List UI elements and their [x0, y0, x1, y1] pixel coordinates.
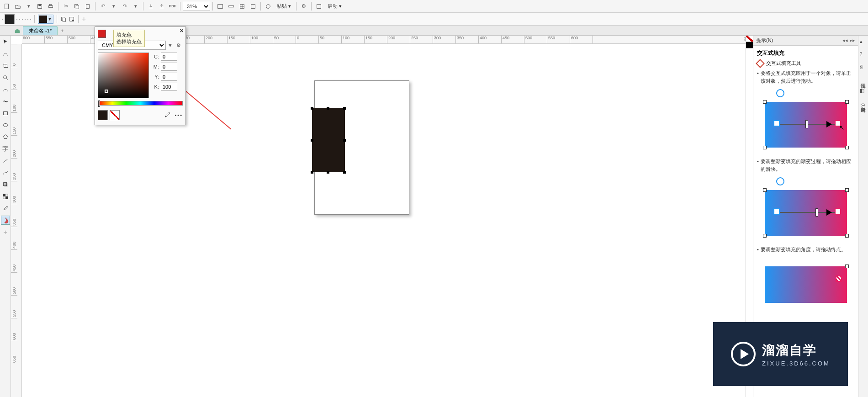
y-input[interactable] — [161, 73, 177, 81]
selection-handle[interactable] — [327, 107, 329, 110]
m-input[interactable] — [161, 63, 177, 71]
svg-rect-10 — [251, 4, 255, 8]
new-doc-button[interactable] — [2, 1, 12, 11]
copy-fill-button[interactable] — [60, 16, 67, 22]
postscript-fill-button[interactable] — [30, 19, 31, 20]
freehand-tool[interactable] — [1, 85, 10, 94]
vertical-ruler[interactable]: 050100150200250300350400450500550600650 — [11, 44, 22, 397]
zoom-tool[interactable] — [1, 73, 10, 82]
selection-handle[interactable] — [327, 171, 329, 174]
crop-tool[interactable] — [1, 61, 10, 70]
fountain-fill-button[interactable] — [16, 19, 17, 20]
recent-color-swatch[interactable] — [98, 30, 106, 38]
c-input[interactable] — [161, 53, 177, 61]
print-button[interactable] — [46, 1, 56, 11]
dock-link-icon[interactable]: ⎘ — [860, 64, 867, 71]
selection-handle[interactable] — [343, 171, 346, 174]
zoom-select[interactable]: 31% — [183, 2, 210, 11]
current-color-swatch[interactable] — [98, 110, 108, 120]
no-fill-button[interactable] — [2, 19, 3, 20]
dock-help-icon[interactable]: ? — [860, 51, 867, 58]
add-tool-button[interactable]: + — [1, 228, 10, 237]
launch-icon[interactable] — [314, 1, 324, 11]
home-tab[interactable] — [12, 26, 23, 35]
undo-button[interactable]: ↶ — [98, 1, 108, 11]
dock-pointer-icon[interactable]: ▴ — [860, 38, 867, 46]
selection-handle[interactable] — [311, 107, 313, 110]
pdf-button[interactable]: PDF — [168, 1, 178, 11]
redo-dropdown[interactable]: ▾ — [131, 1, 141, 11]
connector-tool[interactable] — [1, 168, 10, 177]
color-field-marker[interactable] — [105, 90, 108, 93]
dock-tab-objects[interactable]: 对象(O) — [859, 101, 868, 113]
selection-handle[interactable] — [343, 139, 346, 142]
pattern-fill-button[interactable] — [19, 19, 20, 20]
color-options-button[interactable]: ⚙ — [175, 41, 183, 49]
rectangle-tool[interactable] — [1, 109, 10, 118]
undo-dropdown[interactable]: ▾ — [109, 1, 119, 11]
eyedropper-button[interactable] — [164, 111, 171, 119]
open-button[interactable] — [13, 1, 23, 11]
palette-swatch[interactable] — [746, 42, 753, 48]
paste-menu[interactable]: 粘贴▾ — [274, 1, 294, 11]
paste-button[interactable] — [83, 1, 93, 11]
copy-button[interactable] — [72, 1, 82, 11]
palette-no-color[interactable] — [746, 36, 753, 42]
texture-fill-button[interactable] — [27, 19, 28, 20]
selection-handle[interactable] — [311, 171, 313, 174]
selection-handle[interactable] — [343, 107, 346, 110]
color-gradient-field[interactable] — [98, 53, 149, 98]
redo-button[interactable]: ↷ — [120, 1, 130, 11]
cmyk-inputs: C: M: Y: K: — [152, 53, 177, 98]
solid-fill-button[interactable] — [5, 14, 15, 24]
two-color-pattern-button[interactable] — [22, 19, 23, 20]
hints-illustration-2 — [762, 176, 849, 240]
ellipse-tool[interactable] — [1, 121, 10, 130]
options-button[interactable]: ⚙ — [299, 1, 309, 11]
separator — [57, 15, 57, 23]
save-button[interactable] — [35, 1, 45, 11]
polygon-tool[interactable] — [1, 132, 10, 142]
svg-rect-6 — [76, 5, 79, 9]
cut-button[interactable]: ✂ — [61, 1, 71, 11]
open-dropdown[interactable]: ▾ — [24, 1, 34, 11]
add-tab-button[interactable]: + — [58, 26, 67, 35]
k-input[interactable] — [161, 83, 177, 91]
hue-slider[interactable] — [98, 101, 183, 106]
doc-tab-1[interactable]: 未命名 -1* — [23, 26, 58, 35]
guides-button[interactable] — [248, 1, 258, 11]
interactive-fill-tool[interactable] — [1, 216, 10, 225]
selected-rectangle[interactable] — [312, 108, 345, 172]
bitmap-pattern-button[interactable] — [25, 19, 26, 20]
pick-tool[interactable] — [1, 37, 10, 47]
hints-illustration-3 — [762, 257, 849, 303]
import-button[interactable] — [146, 1, 156, 11]
shape-tool[interactable] — [1, 49, 10, 58]
export-button[interactable] — [157, 1, 167, 11]
rulers-button[interactable] — [226, 1, 236, 11]
popup-close-button[interactable]: ✕ — [180, 28, 184, 34]
fill-color-dropdown[interactable]: ▼ — [38, 15, 53, 24]
text-tool[interactable]: 字 — [1, 144, 10, 154]
more-colors-button[interactable]: ••• — [175, 112, 183, 118]
add-preset-button[interactable]: + — [82, 15, 86, 23]
snap-button[interactable] — [263, 1, 273, 11]
color-model-dropdown-icon[interactable]: ▼ — [168, 42, 173, 48]
no-color-swatch[interactable] — [110, 110, 120, 120]
panel-menu-icon[interactable]: ▸▸ — [850, 37, 855, 43]
transparency-tool[interactable] — [1, 192, 10, 201]
fullscreen-button[interactable] — [215, 1, 225, 11]
parallel-dimension-tool[interactable] — [1, 156, 10, 165]
drop-shadow-tool[interactable] — [1, 180, 10, 189]
dock-tab-properties[interactable]: 属性 — [859, 77, 868, 82]
hue-marker[interactable] — [98, 101, 100, 107]
dock-layers-icon[interactable]: ◧ — [860, 88, 867, 95]
panel-prev-icon[interactable]: ◂◂ — [842, 37, 848, 43]
edit-fill-button[interactable] — [69, 16, 75, 22]
svg-rect-7 — [86, 4, 90, 8]
launch-menu[interactable]: 启动▾ — [325, 1, 344, 11]
selection-handle[interactable] — [311, 139, 313, 142]
eyedropper-tool[interactable] — [1, 204, 10, 213]
artistic-media-tool[interactable] — [1, 97, 10, 106]
grid-button[interactable] — [237, 1, 247, 11]
